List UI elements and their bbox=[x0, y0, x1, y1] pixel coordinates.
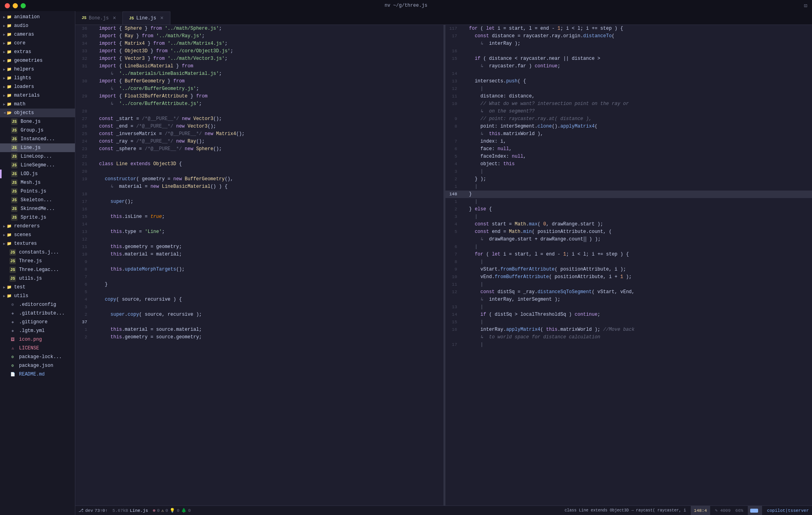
sidebar-item-cameras[interactable]: ▶ 📁 cameras bbox=[0, 30, 75, 39]
sidebar-item-animation[interactable]: ▶ 📁 animation bbox=[0, 13, 75, 21]
sidebar-item-textures[interactable]: ▶ 📁 textures bbox=[0, 239, 75, 248]
line-content: intersects.push( { bbox=[468, 78, 812, 85]
line-number: 6 bbox=[445, 243, 462, 251]
sidebar-item-utils-folder[interactable]: ▶ 📁 utils bbox=[0, 292, 75, 300]
tab-line[interactable]: JS Line.js × bbox=[123, 11, 170, 25]
split-icon[interactable]: ⊡ bbox=[804, 2, 807, 9]
sidebar-item-helpers[interactable]: ▶ 📁 helpers bbox=[0, 65, 75, 74]
line-content: import { Ray } from '../math/Ray.js'; bbox=[97, 32, 443, 40]
line-content: import { Vector3 } from '../math/Vector3… bbox=[97, 55, 443, 63]
sidebar-item-group[interactable]: JS Group.js bbox=[0, 126, 75, 135]
chevron-icon: ▶ bbox=[3, 67, 5, 72]
sidebar-item-instanced[interactable]: JS Instanced... bbox=[0, 135, 75, 143]
sidebar-item-label: renderers bbox=[14, 223, 40, 229]
encoding-info bbox=[748, 506, 762, 515]
line-number: 23 bbox=[75, 145, 92, 153]
sidebar-item-lights[interactable]: ▶ 📁 lights bbox=[0, 74, 75, 82]
tab-bone[interactable]: JS Bone.js × bbox=[75, 11, 123, 25]
code-line: ↳ '../core/BufferAttribute.js'; bbox=[75, 100, 443, 108]
sidebar-item-lod[interactable]: JS LOD.js bbox=[0, 170, 75, 178]
sidebar-item-math[interactable]: ▶ 📁 math bbox=[0, 100, 75, 109]
folder-icon: 📁 bbox=[6, 92, 12, 99]
sidebar-item-sprite[interactable]: JS Sprite.js bbox=[0, 213, 75, 222]
error-num: 0 bbox=[157, 508, 160, 513]
sidebar-item-objects[interactable]: ▼ 📂 objects bbox=[0, 109, 75, 117]
sidebar-item-label: Three.Legac... bbox=[19, 267, 59, 273]
window-controls[interactable] bbox=[5, 3, 26, 8]
sidebar-item-iconpng[interactable]: 🖼 icon.png bbox=[0, 335, 75, 344]
sidebar-item-audio[interactable]: ▶ 📁 audio bbox=[0, 21, 75, 30]
line-number: 8 bbox=[445, 258, 462, 266]
sidebar-item-three[interactable]: JS Three.js bbox=[0, 257, 75, 265]
sidebar-item-points[interactable]: JS Points.js bbox=[0, 187, 75, 196]
left-code-editor[interactable]: 36 import { Sphere } from '../math/Spher… bbox=[75, 25, 443, 505]
sidebar-item-skeleton[interactable]: JS Skeleton... bbox=[0, 196, 75, 204]
code-lines-left: 36 import { Sphere } from '../math/Spher… bbox=[75, 25, 443, 341]
sidebar-item-skinnedme[interactable]: JS SkinnedMe... bbox=[0, 204, 75, 213]
sidebar-item-license[interactable]: ⚠ LICENSE bbox=[0, 344, 75, 353]
line-content: const _ray = /*@__PURE__*/ new Ray(); bbox=[97, 138, 443, 145]
sidebar-item-test[interactable]: ▶ 📁 test bbox=[0, 283, 75, 292]
tab-close-button[interactable]: × bbox=[113, 15, 116, 21]
line-content: } else { bbox=[468, 206, 812, 213]
sidebar-item-gitignore[interactable]: ◆ .gitignore bbox=[0, 318, 75, 326]
sidebar-item-readme[interactable]: 📄 README.md bbox=[0, 370, 75, 379]
right-code-editor[interactable]: 117 for ( let i = start, l = end - 1; i … bbox=[445, 25, 812, 505]
bookmark-icon bbox=[0, 170, 2, 178]
line-content: ↳ '../core/BufferGeometry.js'; bbox=[97, 85, 443, 93]
sidebar-item-utils[interactable]: JS utils.js bbox=[0, 274, 75, 283]
sidebar-item-mesh[interactable]: JS Mesh.js bbox=[0, 178, 75, 187]
main-container: ▶ 📁 animation ▶ 📁 audio ▶ 📁 cameras ▶ 📁 … bbox=[0, 11, 812, 515]
tab-close-button[interactable]: × bbox=[160, 15, 163, 21]
sidebar-item-extras[interactable]: ▶ 📁 extras bbox=[0, 48, 75, 56]
code-line: 29 import { Float32BufferAttribute } fro… bbox=[75, 93, 443, 100]
line-number: 12 bbox=[445, 288, 462, 296]
folder-icon: 📁 bbox=[6, 75, 12, 81]
code-line: 21 class Line extends Object3D { bbox=[75, 160, 443, 168]
sidebar-item-scenes[interactable]: ▶ 📁 scenes bbox=[0, 231, 75, 239]
sidebar-item-loaders[interactable]: ▶ 📁 loaders bbox=[0, 82, 75, 91]
sidebar-item-label: Instanced... bbox=[21, 136, 55, 142]
sidebar-item-materials[interactable]: ▶ 📁 materials bbox=[0, 91, 75, 100]
code-line: 16 bbox=[75, 206, 443, 213]
git-branch-icon: ⎇ bbox=[78, 508, 84, 513]
maximize-button[interactable] bbox=[21, 3, 26, 8]
line-number: 25 bbox=[75, 130, 92, 138]
sidebar-item-lineloop[interactable]: JS LineLoop... bbox=[0, 152, 75, 161]
sidebar-item-constants[interactable]: JS constants.j... bbox=[0, 248, 75, 257]
sidebar-item-packagelock[interactable]: ⚙ package-lock... bbox=[0, 353, 75, 361]
minimize-button[interactable] bbox=[13, 3, 18, 8]
sidebar-item-core[interactable]: ▶ 📁 core bbox=[0, 39, 75, 48]
right-editor-panel: 117 for ( let i = start, l = end - 1; i … bbox=[445, 25, 812, 505]
code-line: 12 const distSq = _ray.distanceSqToSegme… bbox=[445, 288, 812, 296]
sidebar-item-label: utils bbox=[14, 293, 28, 299]
folder-icon: 📁 bbox=[6, 101, 12, 107]
line-number: 32 bbox=[75, 55, 92, 63]
line-content: object: this bbox=[468, 160, 812, 168]
sidebar-item-linesegme[interactable]: JS LineSegme... bbox=[0, 161, 75, 170]
sidebar-item-lgtm[interactable]: ◆ .lgtm.yml bbox=[0, 326, 75, 335]
js-file-icon: JS bbox=[11, 197, 17, 203]
sidebar-item-geometries[interactable]: ▶ 📁 geometries bbox=[0, 56, 75, 65]
line-number: 34 bbox=[75, 40, 92, 48]
code-line: 15 if ( distance < raycaster.near || dis… bbox=[445, 55, 812, 63]
line-content: const _inverseMatrix = /*@__PURE__*/ new… bbox=[97, 130, 443, 138]
sidebar-item-renderers[interactable]: ▶ 📁 renderers bbox=[0, 222, 75, 231]
sidebar-item-label: objects bbox=[14, 110, 34, 116]
sidebar-item-threelegacy[interactable]: JS Three.Legac... bbox=[0, 265, 75, 274]
line-number: 10 bbox=[445, 273, 462, 281]
sidebar-item-packagejson[interactable]: ⚙ package.json bbox=[0, 361, 75, 370]
close-button[interactable] bbox=[5, 3, 10, 8]
code-line: 19 constructor( geometry = new BufferGeo… bbox=[75, 175, 443, 183]
sidebar-item-gitattributes[interactable]: ◆ .gitattribute... bbox=[0, 309, 75, 318]
sidebar-item-line[interactable]: JS Line.js bbox=[0, 143, 75, 152]
line-number: 2 bbox=[75, 334, 92, 341]
sidebar-item-editorconfig[interactable]: ⚙ .editorconfig bbox=[0, 300, 75, 309]
sidebar-item-bone[interactable]: JS Bone.js bbox=[0, 117, 75, 126]
sidebar-item-label: Skeleton... bbox=[21, 197, 52, 203]
line-number: 10 bbox=[445, 100, 462, 108]
sidebar-item-label: test bbox=[14, 284, 25, 290]
code-line: 5 bbox=[75, 288, 443, 296]
code-line: 6 face: null, bbox=[445, 145, 812, 153]
line-content: ↳ on the segment?? bbox=[468, 108, 812, 115]
